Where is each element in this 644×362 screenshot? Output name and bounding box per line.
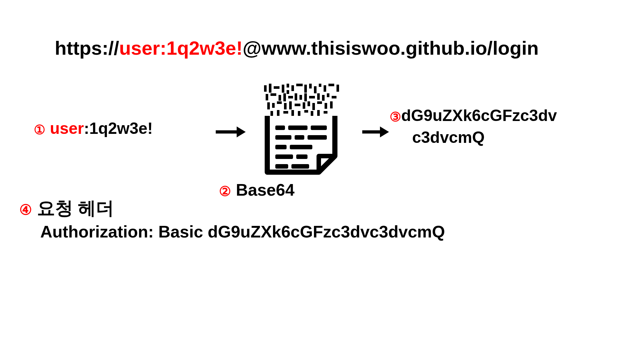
url-suffix: @www.thisiswoo.github.io/login <box>242 37 539 59</box>
svg-rect-44 <box>283 111 288 114</box>
svg-rect-15 <box>328 84 334 86</box>
step4-marker: ④ <box>19 202 32 218</box>
svg-rect-53 <box>311 125 327 130</box>
svg-rect-59 <box>275 154 293 159</box>
arrow-right-icon <box>361 124 390 141</box>
step3-marker: ③ <box>390 110 401 124</box>
svg-marker-64 <box>380 126 389 137</box>
svg-rect-45 <box>291 110 294 116</box>
svg-rect-57 <box>275 145 287 149</box>
svg-rect-51 <box>275 125 285 130</box>
svg-rect-25 <box>309 96 315 98</box>
svg-rect-49 <box>317 110 320 116</box>
svg-rect-55 <box>295 135 304 140</box>
svg-rect-3 <box>269 84 271 93</box>
svg-rect-17 <box>266 94 268 100</box>
svg-rect-19 <box>279 95 281 101</box>
svg-rect-7 <box>287 90 289 94</box>
authorization-header-value: Authorization: Basic dG9uZXk6cGFzc3dvc3d… <box>40 222 445 241</box>
step2-marker: ② <box>219 184 231 199</box>
url-prefix: https:// <box>55 37 119 59</box>
svg-rect-31 <box>272 103 275 108</box>
step2-label: Base64 <box>236 181 294 199</box>
svg-rect-60 <box>296 154 308 159</box>
step1-user: user <box>50 119 84 137</box>
svg-rect-22 <box>295 93 297 100</box>
arrow-left-icon <box>214 124 246 141</box>
svg-rect-32 <box>277 101 282 104</box>
svg-rect-21 <box>288 96 293 98</box>
svg-rect-52 <box>288 125 308 130</box>
svg-rect-28 <box>327 93 329 97</box>
step3-line1: dG9uZXk6cGFzc3dv <box>401 107 557 125</box>
step1-separator: : <box>84 119 90 137</box>
document-binary-icon <box>254 84 348 178</box>
svg-marker-1 <box>237 126 246 137</box>
svg-rect-29 <box>332 96 336 98</box>
svg-rect-58 <box>290 145 312 149</box>
step1-password: 1q2w3e! <box>89 119 153 137</box>
svg-rect-48 <box>311 111 313 116</box>
svg-rect-33 <box>284 103 287 109</box>
svg-rect-38 <box>312 103 315 110</box>
svg-rect-11 <box>309 84 312 88</box>
url-display: https://user:1q2w3e!@www.thisiswoo.githu… <box>55 37 539 59</box>
svg-rect-27 <box>322 95 325 101</box>
svg-rect-56 <box>308 135 327 140</box>
svg-rect-30 <box>267 102 270 109</box>
step2-base64: ② Base64 <box>219 180 295 200</box>
svg-rect-47 <box>304 110 308 113</box>
svg-rect-9 <box>296 84 303 86</box>
svg-rect-12 <box>314 86 317 93</box>
svg-rect-5 <box>282 85 284 93</box>
svg-rect-23 <box>299 95 302 100</box>
svg-rect-36 <box>303 102 305 109</box>
svg-rect-54 <box>275 135 291 140</box>
svg-rect-16 <box>336 85 339 92</box>
step4-label: 요청 헤더 <box>37 198 114 218</box>
step3-encoded: ③dG9uZXk6cGFzc3dv c3dvcmQ <box>390 106 557 147</box>
step4-request-header: ④ 요청 헤더 <box>19 196 114 221</box>
svg-rect-35 <box>295 104 300 106</box>
svg-rect-14 <box>324 85 326 92</box>
svg-rect-34 <box>289 101 292 109</box>
svg-rect-6 <box>287 84 289 88</box>
svg-rect-50 <box>324 111 327 114</box>
svg-rect-41 <box>330 101 333 108</box>
svg-rect-26 <box>317 93 320 100</box>
svg-rect-62 <box>291 164 309 169</box>
step3-line2: c3dvcmQ <box>412 128 485 146</box>
svg-rect-18 <box>270 93 276 96</box>
svg-rect-39 <box>317 101 322 104</box>
svg-rect-8 <box>291 85 294 91</box>
svg-rect-20 <box>283 93 286 101</box>
step1-credentials: ① user:1q2w3e! <box>34 119 153 138</box>
svg-rect-2 <box>264 85 267 92</box>
svg-rect-13 <box>319 84 321 87</box>
svg-rect-37 <box>308 101 310 106</box>
svg-rect-46 <box>298 111 300 116</box>
svg-rect-24 <box>304 93 307 101</box>
svg-rect-10 <box>304 85 307 93</box>
svg-rect-43 <box>277 110 279 116</box>
step1-marker: ① <box>34 123 45 137</box>
svg-rect-4 <box>274 86 279 89</box>
svg-rect-42 <box>270 111 273 116</box>
svg-rect-40 <box>325 103 327 109</box>
url-credentials: user:1q2w3e! <box>119 37 243 59</box>
svg-rect-61 <box>275 164 288 169</box>
